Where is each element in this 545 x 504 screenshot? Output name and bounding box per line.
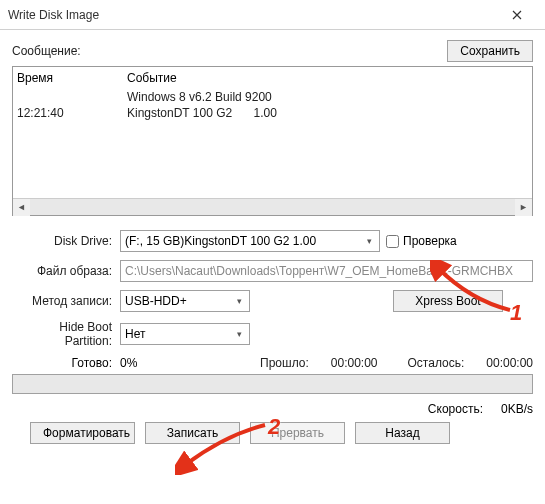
scroll-track[interactable] [30, 199, 515, 215]
elapsed-value: 00:00:00 [331, 356, 378, 370]
xpress-boot-button[interactable]: Xpress Boot [393, 290, 503, 312]
image-file-field [120, 260, 533, 282]
write-method-select[interactable]: USB-HDD+ ▾ [120, 290, 250, 312]
log-box: Время Событие Windows 8 v6.2 Build 9200 … [12, 66, 533, 216]
disk-drive-select[interactable]: (F:, 15 GB)KingstonDT 100 G2 1.00 ▾ [120, 230, 380, 252]
remain-label: Осталось: [408, 356, 465, 370]
annotation-number-1: 1 [510, 300, 522, 326]
back-button[interactable]: Назад [355, 422, 450, 444]
scroll-left-icon[interactable]: ◄ [13, 199, 30, 216]
disk-drive-label: Disk Drive: [12, 234, 120, 248]
scroll-right-icon[interactable]: ► [515, 199, 532, 216]
ready-label: Готово: [12, 356, 120, 370]
verify-label: Проверка [403, 234, 457, 248]
remain-value: 00:00:00 [486, 356, 533, 370]
messages-label: Сообщение: [12, 44, 447, 58]
verify-checkbox[interactable] [386, 235, 399, 248]
write-button[interactable]: Записать [145, 422, 240, 444]
verify-checkbox-wrap[interactable]: Проверка [386, 234, 457, 248]
speed-label: Скорость: [428, 402, 483, 416]
format-button[interactable]: Форматировать [30, 422, 135, 444]
titlebar: Write Disk Image [0, 0, 545, 30]
save-button[interactable]: Сохранить [447, 40, 533, 62]
close-icon [512, 10, 522, 20]
hide-boot-label: Hide Boot Partition: [12, 320, 120, 348]
hide-boot-select[interactable]: Нет ▾ [120, 323, 250, 345]
close-button[interactable] [497, 3, 537, 27]
log-col-event: Событие [127, 71, 528, 85]
ready-value: 0% [120, 356, 137, 370]
write-method-label: Метод записи: [12, 294, 120, 308]
log-row: 12:21:40 KingstonDT 100 G2 1.00 [17, 105, 528, 121]
annotation-number-2: 2 [268, 414, 280, 440]
elapsed-label: Прошло: [260, 356, 309, 370]
chevron-down-icon: ▾ [231, 296, 247, 306]
abort-button: Прервать [250, 422, 345, 444]
window-title: Write Disk Image [8, 8, 497, 22]
chevron-down-icon: ▾ [361, 236, 377, 246]
log-col-time: Время [17, 71, 127, 85]
speed-value: 0KB/s [501, 402, 533, 416]
image-file-label: Файл образа: [12, 264, 120, 278]
progress-bar [12, 374, 533, 394]
log-row: Windows 8 v6.2 Build 9200 [17, 89, 528, 105]
chevron-down-icon: ▾ [231, 329, 247, 339]
horizontal-scrollbar[interactable]: ◄ ► [13, 198, 532, 215]
